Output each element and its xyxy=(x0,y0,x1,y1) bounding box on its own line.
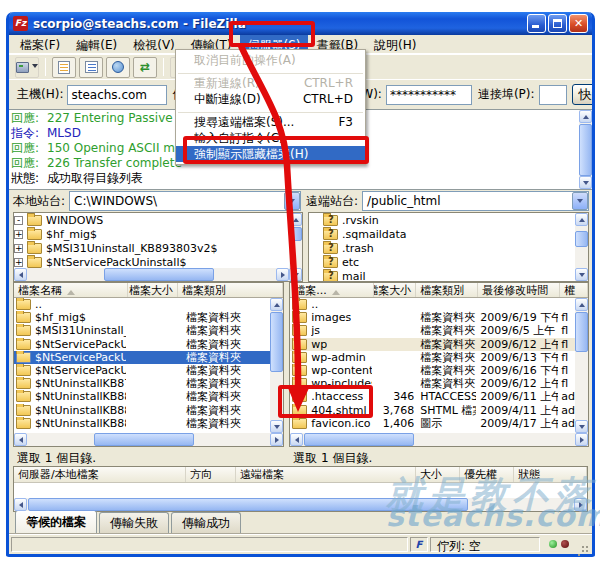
toggle-local-tree-button[interactable] xyxy=(79,57,103,78)
column-header-modified[interactable]: 最後修改時間 xyxy=(478,283,560,297)
table-row[interactable]: wp-includes 檔案資料夾 2009/6/12 上午 ... fl xyxy=(290,377,575,390)
menu-item[interactable]: 輸入自訂指令(C) xyxy=(176,130,365,146)
scrollbar-thumb[interactable] xyxy=(28,498,468,511)
scroll-down-button[interactable] xyxy=(270,420,283,433)
queue-col-status[interactable]: 狀態 xyxy=(514,467,587,482)
table-row[interactable]: $hf_mig$ 檔案資料夾 xyxy=(14,311,270,324)
title-bar[interactable]: Fz scorpio@steachs.com - FileZilla ✕ xyxy=(9,12,592,35)
table-row[interactable]: $NtServicePackUn... 檔案資料夾 xyxy=(14,351,270,364)
toggle-queue-button[interactable]: ⇄ xyxy=(133,57,157,78)
table-row[interactable]: 404.shtml 3,768 SHTML 檔案 2009/4/11 上午 ..… xyxy=(290,404,575,417)
remote-list-hscrollbar[interactable] xyxy=(290,433,588,446)
menu-item[interactable] xyxy=(178,108,363,113)
tree-row[interactable]: etc xyxy=(309,255,575,269)
scrollbar-thumb[interactable] xyxy=(579,124,592,176)
menu-item[interactable]: 搜尋遠端檔案(S)... F3 xyxy=(176,114,365,130)
table-row[interactable]: wp 檔案資料夾 2009/6/12 上午 ... fl xyxy=(290,338,575,351)
scrollbar-thumb[interactable] xyxy=(289,227,302,241)
tree-row[interactable]: + $MSI31Uninstall_KB893803v2$ xyxy=(14,241,289,255)
table-row[interactable]: .htaccess 346 HTACCESS... 2009/6/11 上午 .… xyxy=(290,390,575,403)
tree-expander[interactable]: + xyxy=(14,244,23,253)
scroll-down-button[interactable] xyxy=(579,176,592,189)
site-manager-button[interactable] xyxy=(15,57,39,78)
scrollbar-thumb[interactable] xyxy=(104,268,214,281)
menu-item[interactable] xyxy=(178,69,363,74)
column-header-name[interactable]: 檔案... xyxy=(290,283,374,297)
remote-tree-vscrollbar[interactable] xyxy=(575,213,588,281)
table-row[interactable]: $NtServicePackUn... 檔案資料夾 xyxy=(14,364,270,377)
menubar-item[interactable]: 說明(H) xyxy=(366,35,424,53)
remote-list-vscrollbar[interactable] xyxy=(575,298,588,433)
tree-expander[interactable]: + xyxy=(14,230,23,239)
menu-item[interactable]: 中斷連線(D) CTRL+D xyxy=(176,91,365,107)
queue-col-priority[interactable]: 優先權 xyxy=(460,467,514,482)
queue-tab[interactable]: 等候的檔案 xyxy=(15,510,97,534)
scroll-up-button[interactable] xyxy=(575,213,588,226)
scroll-up-button[interactable] xyxy=(270,298,283,311)
table-row[interactable]: $NtServicePackUn... 檔案資料夾 xyxy=(14,338,270,351)
table-row[interactable]: favicon.ico 1,406 圖示 2009/4/17 上午 ... ad xyxy=(290,417,575,430)
resize-grip[interactable] xyxy=(578,538,590,550)
table-row[interactable]: wp-admin 檔案資料夾 2009/6/13 下午 ... fl xyxy=(290,351,575,364)
tree-row[interactable]: .sqmaildata xyxy=(309,227,575,241)
queue-tab[interactable]: 傳輸成功 xyxy=(171,512,241,534)
combo-dropdown-button[interactable] xyxy=(572,192,588,210)
queue-tab[interactable]: 傳輸失敗 xyxy=(99,512,169,534)
tree-expander[interactable]: + xyxy=(14,258,23,267)
remote-site-combo[interactable]: /public_html xyxy=(362,191,589,211)
tree-row[interactable]: .trash xyxy=(309,241,575,255)
column-header-type[interactable]: 檔案類別 xyxy=(416,283,478,297)
close-button[interactable]: ✕ xyxy=(569,14,588,33)
scrollbar-thumb[interactable] xyxy=(304,433,414,446)
tree-row[interactable]: + $hf_mig$ xyxy=(14,227,289,241)
combo-dropdown-button[interactable] xyxy=(284,192,300,210)
quickconnect-button[interactable]: 快速連線 xyxy=(572,84,592,105)
password-input[interactable] xyxy=(386,85,472,105)
local-list-hscrollbar[interactable] xyxy=(14,433,283,446)
scroll-left-button[interactable] xyxy=(290,433,303,446)
table-row[interactable]: $NtUninstallKB88... 檔案資料夾 xyxy=(14,390,270,403)
table-row[interactable]: $NtUninstallKB88... 檔案資料夾 xyxy=(14,417,270,430)
queue-col-remote[interactable]: 遠端檔案 xyxy=(236,467,416,482)
tree-expander[interactable]: - xyxy=(14,216,23,225)
table-row[interactable]: .. xyxy=(14,298,270,311)
scroll-left-button[interactable] xyxy=(14,498,27,511)
table-row[interactable]: js 檔案資料夾 2009/6/5 上午 0... fl xyxy=(290,324,575,337)
scrollbar-thumb[interactable] xyxy=(575,231,588,247)
scrollbar-thumb[interactable] xyxy=(575,312,588,352)
log-scrollbar[interactable] xyxy=(579,110,592,189)
menubar-item[interactable]: 檔案(F) xyxy=(12,35,68,53)
queue-col-local[interactable]: 伺服器/本地檔案 xyxy=(14,467,186,482)
port-input[interactable] xyxy=(539,85,567,105)
table-row[interactable]: $MSI31Uninstall_... 檔案資料夾 xyxy=(14,324,270,337)
scroll-down-button[interactable] xyxy=(575,268,588,281)
column-header-name[interactable]: 檔案名稱 xyxy=(14,283,128,297)
tree-row[interactable]: mail xyxy=(309,269,575,281)
menu-item[interactable]: 強制顯示隱藏檔案(H) xyxy=(176,146,365,162)
column-header-size[interactable]: 檔案大小 xyxy=(128,283,178,297)
column-header-permissions[interactable]: 權 xyxy=(560,283,588,297)
menu-item[interactable]: 重新連線(R) CTRL+R xyxy=(176,75,365,91)
table-row[interactable]: $NtUninstallKB87... 檔案資料夾 xyxy=(14,377,270,390)
scrollbar-thumb[interactable] xyxy=(270,312,283,372)
local-list-vscrollbar[interactable] xyxy=(270,298,283,433)
scroll-up-button[interactable] xyxy=(575,298,588,311)
column-header-type[interactable]: 檔案類別 xyxy=(178,283,283,297)
table-row[interactable]: wp-content 檔案資料夾 2009/6/16 下午 ... fl xyxy=(290,364,575,377)
scroll-down-button[interactable] xyxy=(575,420,588,433)
queue-col-direction[interactable]: 方向 xyxy=(186,467,236,482)
tree-row[interactable]: - WINDOWS xyxy=(14,213,289,227)
scroll-right-button[interactable] xyxy=(276,268,289,281)
local-site-combo[interactable]: C:\WINDOWS\ xyxy=(69,191,301,211)
table-row[interactable]: $NtUninstallKB88... 檔案資料夾 xyxy=(14,404,270,417)
scroll-right-button[interactable] xyxy=(270,433,283,446)
local-tree-vscrollbar[interactable] xyxy=(289,213,302,281)
scroll-up-button[interactable] xyxy=(289,213,302,226)
scrollbar-thumb[interactable] xyxy=(94,433,194,446)
scroll-right-button[interactable] xyxy=(575,433,588,446)
minimize-button[interactable] xyxy=(527,14,546,33)
table-row[interactable]: .. xyxy=(290,298,575,311)
tree-row[interactable]: + $NtServicePackUninstall$ xyxy=(14,255,289,268)
tree-row[interactable]: .rvskin xyxy=(309,213,575,227)
column-header-size[interactable]: 檔案大小 xyxy=(374,283,416,297)
